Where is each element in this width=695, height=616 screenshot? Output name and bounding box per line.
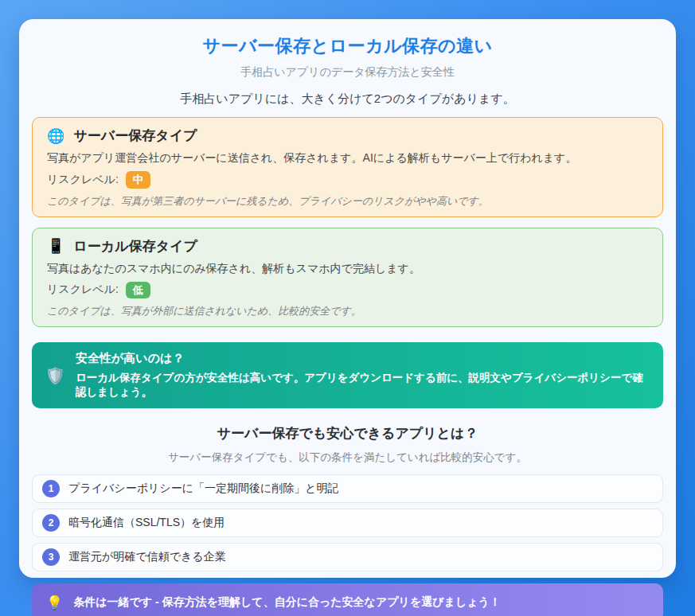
tip-banner-text: 条件は一緒です - 保存方法を理解して、自分に合った安全なアプリを選びましょう！ <box>73 595 501 610</box>
server-card-title: サーバー保存タイプ <box>73 127 197 145</box>
risk-badge-medium: 中 <box>126 171 150 189</box>
tip-banner: 💡 条件は一緒です - 保存方法を理解して、自分に合った安全なアプリを選びましょ… <box>32 583 663 616</box>
list-item-text: 運営元が明確で信頼できる企業 <box>68 550 226 564</box>
local-card-title: ローカル保存タイプ <box>73 237 197 255</box>
globe-icon: 🌐 <box>47 129 64 143</box>
server-card-header: 🌐 サーバー保存タイプ <box>47 127 648 145</box>
local-storage-card: 📱 ローカル保存タイプ 写真はあなたのスマホ内にのみ保存され、解析もスマホ内で完… <box>32 228 663 328</box>
server-risk-label: リスクレベル: <box>47 173 119 187</box>
local-card-note: このタイプは、写真が外部に送信されないため、比較的安全です。 <box>47 304 648 318</box>
smartphone-icon: 📱 <box>47 239 64 253</box>
number-badge-2: 2 <box>42 514 60 532</box>
server-risk-row: リスクレベル: 中 <box>47 171 648 189</box>
safety-banner: 🛡️ 安全性が高いのは？ ローカル保存タイプの方が安全性は高いです。アプリをダウ… <box>32 342 663 408</box>
shield-icon: 🛡️ <box>45 368 65 384</box>
server-card-note: このタイプは、写真が第三者のサーバーに残るため、プライバシーのリスクがやや高いで… <box>47 194 648 209</box>
list-item: 1 プライバシーポリシーに「一定期間後に削除」と明記 <box>32 474 663 503</box>
page-title: サーバー保存とローカル保存の違い <box>32 34 663 58</box>
lightbulb-icon: 💡 <box>46 596 63 610</box>
conditions-list: 1 プライバシーポリシーに「一定期間後に削除」と明記 2 暗号化通信（SSL/T… <box>32 474 663 571</box>
page-subtitle: 手相占いアプリのデータ保存方法と安全性 <box>32 65 663 80</box>
safety-banner-text: ローカル保存タイプの方が安全性は高いです。アプリをダウンロードする前に、説明文や… <box>76 371 650 400</box>
safety-banner-title: 安全性が高いのは？ <box>76 351 650 366</box>
local-card-description: 写真はあなたのスマホ内にのみ保存され、解析もスマホ内で完結します。 <box>47 262 648 276</box>
local-risk-row: リスクレベル: 低 <box>47 282 648 299</box>
safety-banner-body: 安全性が高いのは？ ローカル保存タイプの方が安全性は高いです。アプリをダウンロー… <box>76 351 650 400</box>
conditions-heading: サーバー保存でも安心できるアプリとは？ <box>32 424 663 443</box>
number-badge-3: 3 <box>42 548 60 566</box>
number-badge-1: 1 <box>42 480 60 497</box>
list-item: 3 運営元が明確で信頼できる企業 <box>32 543 663 571</box>
conditions-subtext: サーバー保存タイプでも、以下の条件を満たしていれば比較的安心です。 <box>32 450 663 465</box>
list-item-text: 暗号化通信（SSL/TLS）を使用 <box>68 516 225 530</box>
server-storage-card: 🌐 サーバー保存タイプ 写真がアプリ運営会社のサーバーに送信され、保存されます。… <box>32 117 663 217</box>
local-card-header: 📱 ローカル保存タイプ <box>47 237 648 255</box>
local-risk-label: リスクレベル: <box>47 283 119 297</box>
content-card: サーバー保存とローカル保存の違い 手相占いアプリのデータ保存方法と安全性 手相占… <box>19 19 676 578</box>
list-item: 2 暗号化通信（SSL/TLS）を使用 <box>32 509 663 537</box>
server-card-description: 写真がアプリ運営会社のサーバーに送信され、保存されます。AIによる解析もサーバー… <box>47 151 648 166</box>
list-item-text: プライバシーポリシーに「一定期間後に削除」と明記 <box>68 481 339 496</box>
intro-text: 手相占いアプリには、大きく分けて2つのタイプがあります。 <box>32 92 663 107</box>
risk-badge-low: 低 <box>126 282 150 299</box>
